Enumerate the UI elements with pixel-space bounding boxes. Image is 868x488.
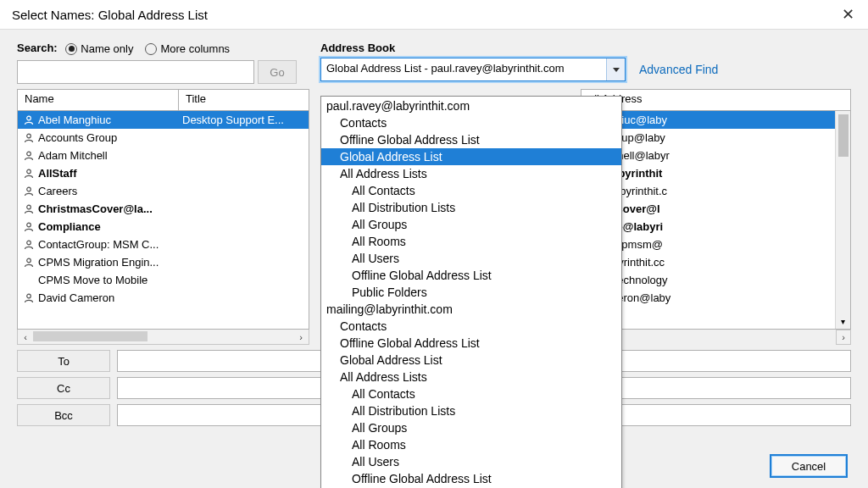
chevron-left-icon[interactable]: ‹ <box>18 332 33 342</box>
email-cell[interactable]: stmascover@l <box>585 200 850 218</box>
to-button[interactable]: To <box>17 350 110 372</box>
entry-name: AllStaff <box>38 167 182 180</box>
email-cell[interactable]: aff@labyrinthit <box>585 164 850 182</box>
svg-point-5 <box>27 205 31 209</box>
entry-name: ChristmasCover@la... <box>38 202 182 215</box>
dropdown-item[interactable]: All Distribution Lists <box>321 199 621 216</box>
person-icon <box>23 151 35 161</box>
column-header-title[interactable]: Title <box>178 89 309 111</box>
address-book-combo[interactable]: Global Address List - paul.ravey@labyrin… <box>320 58 626 81</box>
table-row[interactable]: David Cameron <box>18 289 309 307</box>
table-row[interactable]: ContactGroup: MSM C... <box>18 236 309 253</box>
table-row[interactable]: AllStaff <box>18 164 309 182</box>
person-icon <box>23 240 35 250</box>
table-row[interactable]: CPMS Migration Engin... <box>18 253 309 271</box>
vertical-scrollbar[interactable]: ▴ ▾ <box>835 111 850 329</box>
dropdown-item[interactable]: All Users <box>321 453 621 470</box>
email-cell[interactable]: yrinthTechnology <box>585 271 850 289</box>
close-icon[interactable]: ✕ <box>836 5 860 24</box>
advanced-find-link[interactable]: Advanced Find <box>639 63 718 76</box>
table-row[interactable]: Careers <box>18 182 309 200</box>
title-bar: Select Names: Global Address List ✕ <box>0 0 868 30</box>
dropdown-item[interactable]: Offline Global Address List <box>321 131 621 148</box>
dropdown-item[interactable]: Global Address List <box>321 148 621 165</box>
email-cell[interactable]: actgroupmsm@ <box>585 236 850 253</box>
cancel-button[interactable]: Cancel <box>770 454 848 478</box>
dropdown-item[interactable]: All Address Lists <box>321 369 621 385</box>
person-icon <box>23 133 35 143</box>
radio-more-columns-label: More columns <box>160 42 230 55</box>
cc-button[interactable]: Cc <box>17 377 110 399</box>
chevron-down-icon[interactable]: ▾ <box>835 313 850 329</box>
person-icon <box>23 258 35 268</box>
scrollbar-track[interactable] <box>33 330 293 344</box>
chevron-right-icon[interactable]: › <box>293 332 309 342</box>
email-cell[interactable]: .Manghiuc@laby <box>585 111 850 129</box>
go-button[interactable]: Go <box>258 60 297 84</box>
entry-name: Compliance <box>38 220 182 233</box>
svg-point-6 <box>27 223 31 227</box>
radio-icon <box>65 43 77 55</box>
table-row[interactable]: CPMS Move to Mobile <box>18 271 309 289</box>
table-row[interactable]: Accounts Group <box>18 129 309 147</box>
email-cell[interactable]: d Cameron@laby <box>585 289 850 307</box>
radio-more-columns[interactable]: More columns <box>145 42 230 55</box>
radio-name-only[interactable]: Name only <box>65 42 133 55</box>
table-row[interactable]: ChristmasCover@la... <box>18 200 309 218</box>
dropdown-item[interactable]: paul.ravey@labyrinthit.com <box>321 97 621 114</box>
address-book-dropdown[interactable]: paul.ravey@labyrinthit.comContactsOfflin… <box>320 96 622 488</box>
scrollbar-thumb[interactable] <box>838 114 849 157</box>
entry-name: Adam Mitchell <box>38 149 182 162</box>
table-row[interactable]: Compliance <box>18 218 309 236</box>
dropdown-item[interactable]: All Users <box>321 250 621 267</box>
dropdown-item[interactable]: Contacts <box>321 318 621 335</box>
table-row[interactable]: Adam Mitchell <box>18 147 309 164</box>
svg-point-8 <box>27 258 31 263</box>
svg-point-9 <box>27 294 31 298</box>
entry-name: Careers <box>38 185 182 197</box>
address-book-selected: Global Address List - paul.ravey@labyrin… <box>321 58 606 80</box>
dropdown-item[interactable]: Offline Global Address List <box>321 470 621 487</box>
svg-point-2 <box>27 152 31 156</box>
bcc-button[interactable]: Bcc <box>17 404 110 426</box>
dropdown-item[interactable]: Contacts <box>321 114 621 131</box>
search-input[interactable] <box>17 60 254 84</box>
svg-point-3 <box>27 169 31 174</box>
email-cell[interactable]: untsgroup@laby <box>585 129 850 147</box>
entry-name: CPMS Migration Engin... <box>38 256 182 269</box>
email-cell[interactable]: m.Mitchell@labyr <box>585 147 850 164</box>
address-book-label: Address Book <box>320 42 851 54</box>
dropdown-item[interactable]: mailing@labyrinthit.com <box>321 301 621 318</box>
chevron-right-icon[interactable]: › <box>836 330 851 345</box>
scrollbar-thumb[interactable] <box>33 331 147 341</box>
svg-point-0 <box>27 116 31 120</box>
dropdown-item[interactable]: All Groups <box>321 419 621 436</box>
svg-point-4 <box>27 187 31 191</box>
chevron-down-icon[interactable] <box>606 58 625 80</box>
dropdown-item[interactable]: Global Address List <box>321 352 621 369</box>
dropdown-item[interactable]: All Contacts <box>321 385 621 402</box>
dropdown-item[interactable]: All Address Lists <box>321 165 621 182</box>
radio-icon <box>145 43 157 55</box>
dropdown-item[interactable]: All Groups <box>321 216 621 233</box>
email-cell[interactable]: ers@labyrinthit.c <box>585 182 850 200</box>
dropdown-item[interactable]: All Distribution Lists <box>321 402 621 419</box>
dropdown-item[interactable]: Offline Global Address List <box>321 335 621 352</box>
person-icon <box>23 115 35 125</box>
email-cell[interactable]: S@labyrinthit.cc <box>585 253 850 271</box>
address-book-block: Address Book Global Address List - paul.… <box>320 42 851 84</box>
column-header-name[interactable]: Name <box>17 89 178 111</box>
entry-name: Abel Manghiuc <box>38 114 182 126</box>
table-row[interactable]: Abel ManghiucDesktop Support E... <box>18 111 309 129</box>
svg-point-1 <box>27 134 31 138</box>
dropdown-item[interactable]: Public Folders <box>321 284 621 301</box>
dropdown-item[interactable]: All Contacts <box>321 182 621 199</box>
horizontal-scrollbar[interactable]: ‹ › <box>17 330 309 345</box>
dropdown-item[interactable]: All Rooms <box>321 233 621 250</box>
svg-point-7 <box>27 241 31 245</box>
dropdown-item[interactable]: All Rooms <box>321 436 621 453</box>
dialog-buttons: Cancel <box>770 454 848 478</box>
email-cell[interactable]: pliance@labyri <box>585 218 850 236</box>
dropdown-item[interactable]: Offline Global Address List <box>321 267 621 284</box>
person-icon <box>23 169 35 179</box>
